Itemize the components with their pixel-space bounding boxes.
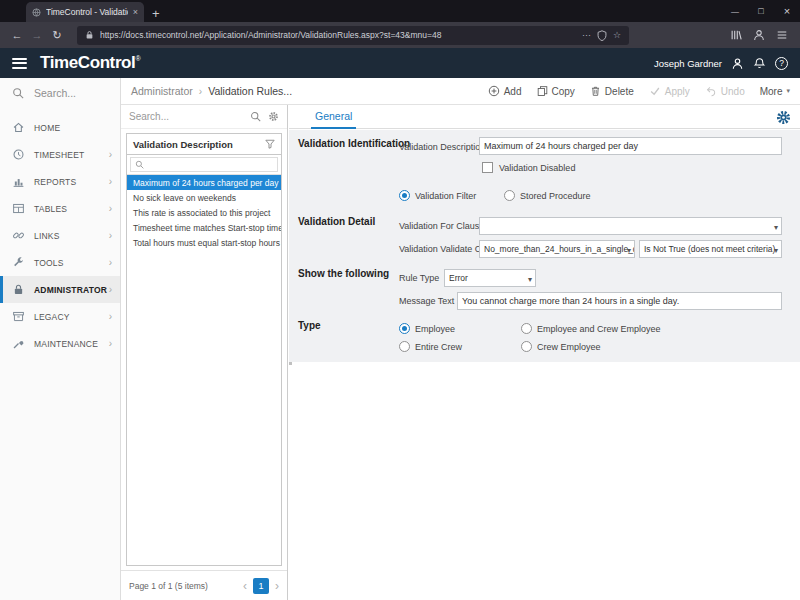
list-item[interactable]: Timesheet time matches Start-stop time (127, 220, 281, 235)
browser-tab[interactable]: TimeControl - Validation Rules (26, 2, 144, 22)
entire-crew-label: Entire Crew (415, 342, 462, 352)
employee-radio[interactable] (399, 323, 410, 334)
sidebar-item-links[interactable]: LINKS (0, 222, 120, 249)
forward-icon[interactable]: → (27, 25, 47, 45)
validate-clause-select[interactable]: No_more_than_24_hours_in_a_single_day (479, 240, 635, 258)
chart-icon (12, 175, 25, 188)
add-button[interactable]: Add (488, 85, 522, 97)
app-menu-icon[interactable] (12, 58, 27, 69)
breadcrumb-section[interactable]: Administrator (131, 85, 193, 97)
tab-close-icon[interactable] (133, 8, 138, 17)
validation-disabled-checkbox[interactable] (482, 162, 493, 173)
chevron-right-icon (109, 203, 112, 214)
undo-icon (705, 85, 717, 97)
sidebar-item-legacy[interactable]: LEGACY (0, 303, 120, 330)
more-button[interactable]: More (760, 86, 790, 97)
sidebar-item-home[interactable]: HOME (0, 114, 120, 141)
employee-label: Employee (415, 324, 455, 334)
bell-icon[interactable] (753, 57, 766, 70)
url-bar[interactable]: https://docs.timecontrol.net/Application… (77, 26, 629, 45)
chevron-down-icon (786, 87, 790, 95)
bookmark-star-icon[interactable]: ☆ (613, 30, 621, 40)
validation-filter-radio[interactable] (399, 190, 410, 201)
message-text-input[interactable] (457, 292, 782, 310)
condition-select[interactable]: Is Not True (does not meet criteria) (639, 240, 782, 258)
browser-toolbar: ← → ↻ https://docs.timecontrol.net/Appli… (0, 22, 800, 48)
chevron-right-icon (109, 311, 112, 322)
browser-titlebar: TimeControl - Validation Rules (0, 0, 800, 22)
validation-disabled-label: Validation Disabled (499, 163, 575, 173)
user-name[interactable]: Joseph Gardner (654, 58, 722, 69)
favicon-icon (32, 8, 41, 17)
sidebar-item-timesheet[interactable]: TIMESHEET (0, 141, 120, 168)
sidebar-item-reports[interactable]: REPORTS (0, 168, 120, 195)
grid-column-header[interactable]: Validation Description (127, 134, 281, 155)
wrench-icon (12, 256, 25, 269)
back-icon[interactable]: ← (7, 25, 27, 45)
breadcrumb-separator-icon (199, 86, 202, 97)
filter-funnel-icon[interactable] (265, 139, 275, 149)
shield-icon[interactable] (597, 30, 607, 41)
lock-icon[interactable] (85, 30, 94, 40)
chevron-right-icon (109, 284, 112, 295)
sidebar-item-maintenance[interactable]: MAINTENANCE (0, 330, 120, 357)
window-minimize-button[interactable] (722, 0, 748, 22)
sidebar-item-tools[interactable]: TOOLS (0, 249, 120, 276)
copy-button[interactable]: Copy (537, 85, 575, 97)
employee-and-crew-radio[interactable] (521, 323, 532, 334)
new-tab-button[interactable] (152, 7, 160, 20)
panel-search[interactable]: Search... (121, 105, 287, 129)
crew-employee-radio[interactable] (521, 341, 532, 352)
for-clause-select[interactable] (479, 217, 782, 235)
account-icon[interactable] (753, 29, 765, 41)
list-item[interactable]: This rate is associated to this project (127, 205, 281, 220)
check-icon (649, 85, 661, 97)
next-page-button[interactable] (275, 580, 279, 592)
pagination-summary: Page 1 of 1 (5 items) (129, 581, 237, 591)
library-icon[interactable] (730, 29, 742, 41)
gear-icon[interactable] (268, 111, 279, 122)
detail-tabbar: General (289, 105, 800, 129)
pagination-bar: Page 1 of 1 (5 items) 1 (121, 570, 287, 600)
reload-icon[interactable]: ↻ (47, 25, 67, 45)
apply-button[interactable]: Apply (649, 85, 690, 97)
rule-type-select[interactable]: Error (444, 269, 536, 287)
help-icon[interactable] (775, 57, 788, 70)
window-close-button[interactable] (774, 0, 800, 22)
person-icon[interactable] (731, 57, 744, 70)
stored-procedure-radio[interactable] (504, 190, 515, 201)
section-title-detail: Validation Detail (298, 216, 375, 227)
search-icon[interactable] (250, 111, 261, 122)
rule-type-label: Rule Type (399, 273, 439, 283)
menu-icon[interactable] (776, 29, 788, 41)
grid-filter-row (127, 155, 281, 175)
panel-search-placeholder: Search... (129, 111, 243, 122)
list-item[interactable]: Maximum of 24 hours charged per day (127, 175, 281, 190)
list-item[interactable]: Total hours must equal start-stop hours (127, 235, 281, 250)
page-actions-icon[interactable]: ··· (582, 30, 591, 40)
tab-title: TimeControl - Validation Rules (46, 7, 128, 17)
chevron-right-icon (109, 338, 112, 349)
tab-general[interactable]: General (311, 110, 356, 129)
window-maximize-button[interactable] (748, 0, 774, 22)
copy-icon (537, 85, 548, 97)
sidebar-search[interactable]: Search... (0, 78, 120, 108)
undo-button[interactable]: Undo (705, 85, 745, 97)
add-icon (488, 85, 500, 97)
description-input[interactable] (479, 137, 782, 155)
section-title-type: Type (298, 320, 321, 331)
sidebar-item-administrator[interactable]: ADMINISTRATOR (0, 276, 120, 303)
stored-procedure-label: Stored Procedure (520, 191, 591, 201)
previous-page-button[interactable] (243, 580, 247, 592)
for-clause-label: Validation For Clause (399, 221, 484, 231)
detail-pane: General Validation Identification Valida… (289, 105, 800, 600)
delete-button[interactable]: Delete (590, 85, 634, 97)
search-icon (135, 160, 144, 169)
entire-crew-radio[interactable] (399, 341, 410, 352)
settings-gear-icon[interactable] (776, 110, 791, 125)
current-page-button[interactable]: 1 (253, 578, 269, 594)
grid-filter-input[interactable] (130, 157, 278, 172)
breadcrumb-page[interactable]: Validation Rules... (208, 85, 292, 97)
list-item[interactable]: No sick leave on weekends (127, 190, 281, 205)
sidebar-item-tables[interactable]: TABLES (0, 195, 120, 222)
